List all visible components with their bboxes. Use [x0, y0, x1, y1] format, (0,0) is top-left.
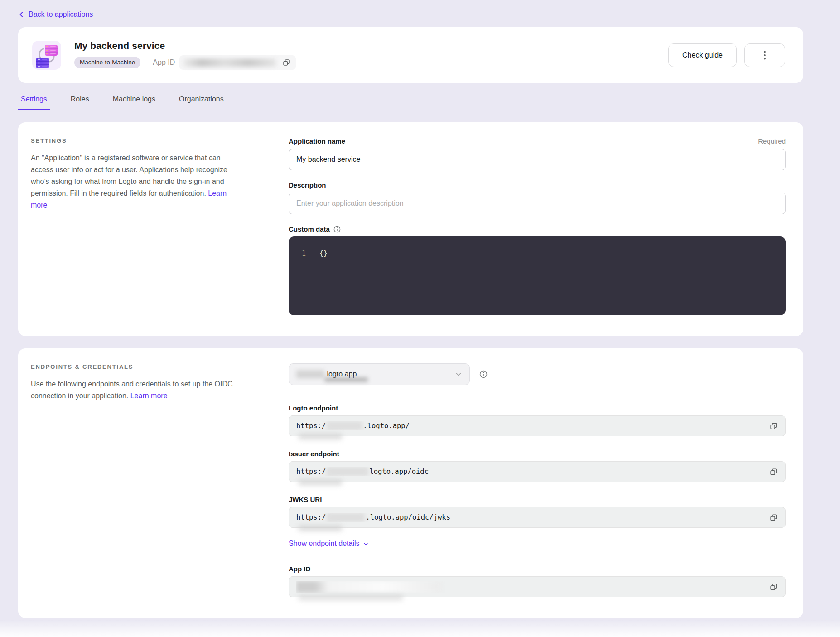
jwks-uri-label-row: JWKS URI	[289, 496, 786, 503]
tab-roles[interactable]: Roles	[68, 95, 92, 110]
redacted-tenant-id	[296, 370, 324, 378]
meta-divider	[146, 59, 146, 66]
app-id-value	[296, 581, 768, 593]
application-name-label-row: Application name Required	[289, 137, 786, 145]
logto-endpoint-field: https:/.logto.app/	[289, 415, 786, 436]
settings-section-heading: SETTINGS	[31, 137, 235, 144]
app-id-field-label: App ID	[289, 565, 310, 573]
custom-data-label-text: Custom data	[289, 225, 330, 233]
endpoints-card: ENDPOINTS & CREDENTIALS Use the followin…	[18, 348, 803, 618]
custom-data-editor[interactable]: 1 {}	[289, 236, 786, 315]
settings-description-text: An "Application" is a registered softwar…	[31, 154, 227, 197]
endpoints-form: .logto.app Logto endpoint https:/.logto.…	[289, 363, 786, 597]
endpoints-section-heading: ENDPOINTS & CREDENTIALS	[31, 363, 235, 370]
tab-settings[interactable]: Settings	[18, 95, 50, 110]
jwks-uri-field: https:/.logto.app/oidc/jwks	[289, 507, 786, 528]
redacted-tenant-id	[327, 513, 365, 522]
url-prefix: https:/	[296, 422, 326, 430]
issuer-endpoint-label: Issuer endpoint	[289, 450, 339, 458]
app-header-info: My backend service Machine-to-Machine Ap…	[74, 40, 296, 70]
description-label-row: Description	[289, 181, 786, 189]
app-header-card: My backend service Machine-to-Machine Ap…	[18, 27, 803, 83]
domain-info-icon-wrap[interactable]	[479, 370, 488, 378]
issuer-endpoint-field: https:/logto.app/oidc	[289, 461, 786, 482]
redaction-artifact	[299, 594, 403, 600]
jwks-uri-field-group: JWKS URI https:/.logto.app/oidc/jwks	[289, 496, 786, 528]
editor-line: 1 {}	[289, 248, 786, 258]
redaction-artifact	[299, 434, 342, 439]
copy-jwks-uri-button[interactable]	[768, 512, 779, 523]
chevron-down-icon	[363, 541, 369, 547]
logto-endpoint-label-row: Logto endpoint	[289, 404, 786, 412]
custom-data-field-group: Custom data 1 {}	[289, 225, 786, 315]
kebab-menu-icon	[764, 51, 766, 60]
chevron-down-icon	[455, 371, 462, 378]
machine-to-machine-app-icon	[32, 41, 61, 70]
endpoints-section-description: Use the following endpoints and credenti…	[31, 378, 235, 402]
app-id-value-pill[interactable]	[179, 55, 296, 70]
application-details-page: Back to applications	[0, 0, 840, 618]
bottom-scroll-fade	[0, 620, 840, 637]
show-endpoint-details-link[interactable]: Show endpoint details	[289, 540, 369, 548]
url-suffix: logto.app/oidc	[369, 468, 429, 476]
endpoints-card-intro: ENDPOINTS & CREDENTIALS Use the followin…	[31, 363, 235, 597]
jwks-uri-value: https:/.logto.app/oidc/jwks	[296, 513, 768, 522]
issuer-endpoint-field-group: Issuer endpoint https:/logto.app/oidc	[289, 450, 786, 482]
copy-icon	[769, 422, 778, 430]
description-input[interactable]	[289, 193, 786, 214]
show-endpoint-details-label: Show endpoint details	[289, 540, 360, 548]
copy-issuer-endpoint-button[interactable]	[768, 467, 779, 477]
url-prefix: https:/	[296, 513, 326, 521]
info-icon	[479, 370, 488, 378]
header-actions: Check guide	[668, 43, 785, 67]
application-name-field-group: Application name Required	[289, 137, 786, 170]
info-icon[interactable]	[333, 226, 341, 233]
chevron-left-icon	[18, 11, 24, 18]
app-id-label: App ID	[153, 58, 175, 67]
app-type-badge: Machine-to-Machine	[74, 57, 140, 68]
copy-app-id-button[interactable]	[768, 582, 779, 592]
more-actions-button[interactable]	[744, 43, 785, 67]
application-name-label: Application name	[289, 137, 345, 145]
custom-data-label: Custom data	[289, 225, 341, 233]
logto-endpoint-label: Logto endpoint	[289, 404, 338, 412]
logto-endpoint-field-group: Logto endpoint https:/.logto.app/	[289, 404, 786, 436]
endpoints-learn-more-link[interactable]: Learn more	[130, 392, 168, 400]
settings-card-intro: SETTINGS An "Application" is a registere…	[31, 137, 235, 315]
editor-line-number: 1	[299, 248, 306, 258]
jwks-uri-label: JWKS URI	[289, 496, 322, 503]
settings-form: Application name Required Description Cu…	[289, 137, 786, 315]
copy-app-id-button[interactable]	[281, 58, 291, 68]
redacted-tenant-id	[327, 421, 362, 430]
description-field-group: Description	[289, 181, 786, 214]
url-suffix: .logto.app/	[363, 422, 410, 430]
url-suffix: .logto.app/oidc/jwks	[366, 513, 450, 521]
copy-icon	[769, 583, 778, 591]
copy-icon	[282, 58, 290, 67]
app-id-field-group: App ID	[289, 565, 786, 597]
custom-data-label-row: Custom data	[289, 225, 786, 233]
url-prefix: https:/	[296, 468, 326, 476]
redaction-artifact	[299, 525, 342, 531]
issuer-endpoint-value: https:/logto.app/oidc	[296, 467, 768, 476]
tab-organizations[interactable]: Organizations	[176, 95, 227, 110]
copy-logto-endpoint-button[interactable]	[768, 421, 779, 431]
app-meta-row: Machine-to-Machine App ID	[74, 55, 296, 70]
settings-section-description: An "Application" is a registered softwar…	[31, 152, 235, 211]
back-to-applications-link[interactable]: Back to applications	[18, 10, 93, 19]
redacted-app-id-value	[183, 59, 276, 67]
back-link-label: Back to applications	[29, 10, 93, 19]
settings-card: SETTINGS An "Application" is a registere…	[18, 122, 803, 336]
app-id-label-row: App ID	[289, 565, 786, 573]
redacted-app-id-value	[296, 581, 441, 593]
required-indicator: Required	[758, 137, 786, 145]
domain-select[interactable]: .logto.app	[289, 363, 470, 385]
tab-machine-logs[interactable]: Machine logs	[110, 95, 158, 110]
redacted-tenant-id-artifact	[324, 377, 368, 382]
app-title: My backend service	[74, 40, 296, 51]
description-label: Description	[289, 181, 326, 189]
domain-row: .logto.app	[289, 363, 786, 385]
application-name-input[interactable]	[289, 149, 786, 170]
logto-endpoint-value: https:/.logto.app/	[296, 421, 768, 430]
check-guide-button[interactable]: Check guide	[668, 43, 737, 67]
